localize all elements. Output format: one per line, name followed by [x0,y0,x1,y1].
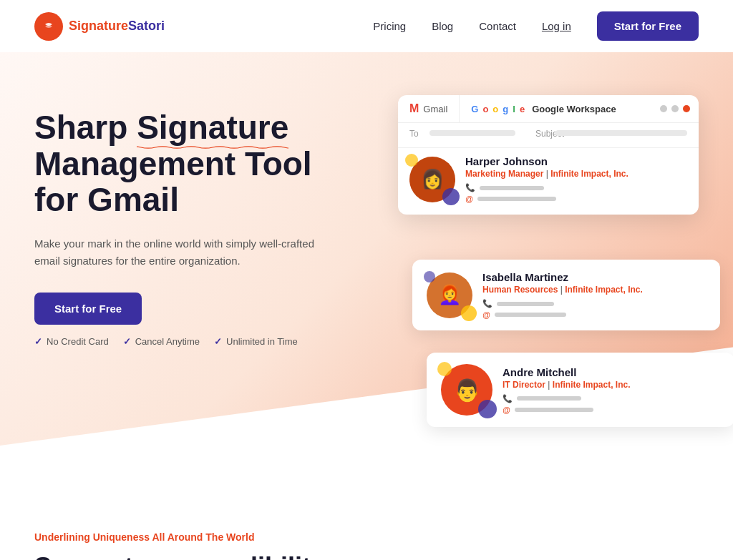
sig-1-name: Harper Johnson [465,155,687,167]
sig-3-avatar-icon: 👨 [454,378,480,403]
logo-icon [34,12,63,41]
hero-right: M Gmail Google Google Workspace [398,95,699,446]
bottom-title: Support your credibility like [34,551,349,560]
check-no-credit-card: ✓ No Credit Card [34,336,109,347]
sig-3-phone-bar [517,396,581,401]
sig-1-phone-bar [480,186,544,190]
sig-3-email-bar [515,408,593,412]
at-icon-1: @ [465,195,473,203]
subject-line [555,130,687,136]
sig-3-role: IT Director | Infinite Impact, Inc. [503,380,720,390]
check-cancel-anytime: ✓ Cancel Anytime [123,336,200,347]
hero-subtitle: Make your mark in the online world with … [34,235,335,270]
check-label-2: Cancel Anytime [135,336,200,347]
sig-2-phone-line: 📞 [482,299,706,308]
navbar: SignatureSatori Pricing Blog Contact Log… [0,0,733,52]
gmail-tab: M Gmail [398,95,460,122]
logo-text: SignatureSatori [69,19,165,34]
phone-icon-1: 📞 [465,183,475,192]
phone-icon-3: 📞 [503,394,513,403]
sig-1-contact: 📞 @ [465,183,687,203]
subject-label: Subject [535,129,550,139]
sig-1-deco2 [405,154,418,167]
phone-icon-2: 📞 [482,299,492,308]
sig-1-info: Harper Johnson Marketing Manager | Infin… [465,155,687,203]
gws-label: Google Workspace [532,104,616,114]
window-controls [651,98,699,119]
sig-3-inner: 👨 Andre Mitchell IT Director | Infinite … [441,364,720,416]
sig-3-contact: 📞 @ [503,394,720,414]
hero-left: Sharp Signature Management Tool for Gmai… [34,95,335,347]
email-window-header: M Gmail Google Google Workspace [398,95,699,123]
bottom-section: Underlining Uniqueness All Around The Wo… [0,488,733,560]
sig-card-2: 👩‍🦰 Isabella Martinez Human Resources | … [412,260,720,330]
gmail-m-icon: M [409,102,419,115]
sig-card-inline: 👩 Harper Johnson Marketing Manager | Inf… [398,148,699,215]
sig-1-phone-line: 📞 [465,183,687,192]
to-label: To [409,129,424,139]
sig-1-email-bar [477,197,556,201]
minimize-icon [660,105,667,112]
close-icon [683,105,690,112]
sig-3-info: Andre Mitchell IT Director | Infinite Im… [503,366,720,414]
sig-1-inner: 👩 Harper Johnson Marketing Manager | Inf… [409,155,687,203]
sig-3-phone-line: 📞 [503,394,720,403]
sig-2-avatar-icon: 👩‍🦰 [438,284,461,306]
sig-3-deco [478,400,497,418]
gws-tab: Google Google Workspace [460,97,627,122]
sig-1-deco [442,188,460,205]
sig-2-phone-bar [497,302,554,306]
sig-2-role: Human Resources | Infinite Impact, Inc. [482,285,706,295]
at-icon-3: @ [503,406,510,414]
check-unlimited: ✓ Unlimited in Time [214,336,298,347]
sig-1-avatar-wrap: 👩 [409,157,455,202]
google-g: G [471,104,478,114]
nav-links: Pricing Blog Contact Log in Start for Fr… [373,11,699,41]
bottom-tag: Underlining Uniqueness All Around The Wo… [34,531,349,543]
hero-content: Sharp Signature Management Tool for Gmai… [34,95,699,446]
sig-2-contact: 📞 @ [482,299,706,319]
logo[interactable]: SignatureSatori [34,12,165,41]
check-icon-3: ✓ [214,336,222,347]
sig-2-name: Isabella Martinez [482,271,706,283]
hero-cta-button[interactable]: Start for Free [34,293,142,325]
sig-1-avatar-icon: 👩 [421,168,444,190]
sig-3-deco2 [437,362,452,376]
nav-contact[interactable]: Contact [479,20,516,32]
sig-card-3: 👨 Andre Mitchell IT Director | Infinite … [427,353,733,427]
check-icon-2: ✓ [123,336,131,347]
hero-title-highlight: Signature [137,109,288,146]
hero-checks: ✓ No Credit Card ✓ Cancel Anytime ✓ Unli… [34,336,335,347]
gmail-label: Gmail [423,104,447,114]
sig-2-email-line: @ [482,310,706,319]
sig-2-avatar-wrap: 👩‍🦰 [427,272,472,318]
to-line [429,130,515,136]
check-icon-1: ✓ [34,336,42,347]
sig-3-name: Andre Mitchell [503,366,720,378]
nav-blog[interactable]: Blog [432,20,453,32]
bottom-left: Underlining Uniqueness All Around The Wo… [34,531,349,560]
hero-title: Sharp Signature Management Tool for Gmai… [34,109,335,218]
sig-1-role: Marketing Manager | Infinite Impact, Inc… [465,169,687,179]
check-label-3: Unlimited in Time [226,336,298,347]
email-window: M Gmail Google Google Workspace [398,95,699,215]
nav-pricing[interactable]: Pricing [373,20,406,32]
sig-3-avatar-wrap: 👨 [441,364,492,416]
hero-section: Sharp Signature Management Tool for Gmai… [0,52,733,446]
nav-login[interactable]: Log in [542,20,571,32]
nav-cta-button[interactable]: Start for Free [597,11,699,41]
maximize-icon [671,105,679,112]
sig-2-inner: 👩‍🦰 Isabella Martinez Human Resources | … [427,271,706,319]
sig-2-email-bar [495,313,566,317]
sig-2-deco [461,305,477,321]
sig-1-email-line: @ [465,195,687,203]
sig-2-deco2 [424,271,435,283]
to-field-row: To Subject [409,129,687,139]
email-fields: To Subject [398,123,699,148]
sig-2-info: Isabella Martinez Human Resources | Infi… [482,271,706,319]
at-icon-2: @ [482,310,490,319]
sig-3-email-line: @ [503,406,720,414]
check-label-1: No Credit Card [47,336,109,347]
